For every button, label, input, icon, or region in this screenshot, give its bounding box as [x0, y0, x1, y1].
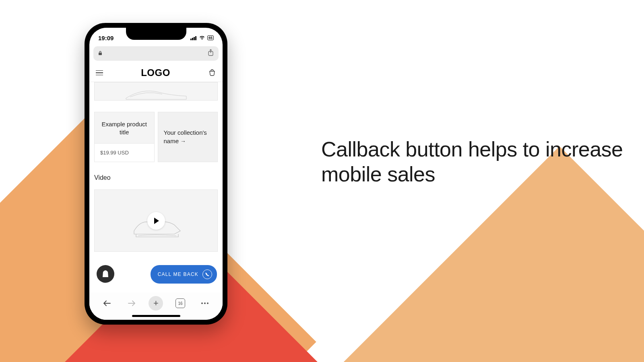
- product-cards-row: Example product title $19.99 USD Your co…: [94, 112, 218, 162]
- video-section-label: Video: [94, 174, 218, 181]
- product-price: $19.99 USD: [95, 143, 154, 162]
- svg-point-7: [204, 302, 206, 304]
- callback-button[interactable]: CALL ME BACK: [151, 265, 217, 284]
- phone-mockup: 19:09 65 LOGO: [85, 23, 227, 325]
- home-indicator: [132, 315, 180, 317]
- collection-card[interactable]: Your collection's name→: [158, 112, 218, 162]
- svg-rect-4: [99, 53, 102, 55]
- svg-rect-1: [192, 38, 193, 40]
- hero-placeholder-image: [94, 82, 218, 101]
- svg-rect-2: [194, 37, 195, 40]
- arrow-right-icon: →: [180, 138, 186, 145]
- product-card[interactable]: Example product title $19.99 USD: [94, 112, 155, 162]
- status-time: 19:09: [98, 35, 114, 41]
- wifi-icon: [199, 35, 205, 41]
- phone-icon: [202, 269, 212, 279]
- callback-label: CALL ME BACK: [158, 272, 198, 277]
- more-button[interactable]: [198, 296, 212, 311]
- safari-url-bar[interactable]: [93, 46, 219, 61]
- marketing-headline: Callback button helps to increase mobile…: [321, 137, 644, 187]
- cart-icon[interactable]: [208, 69, 216, 77]
- product-title: Example product title: [100, 120, 149, 137]
- svg-point-8: [207, 302, 208, 304]
- play-button[interactable]: [147, 212, 165, 230]
- back-button[interactable]: [100, 296, 114, 311]
- status-icons: 65: [190, 35, 214, 41]
- store-header: LOGO: [89, 63, 223, 82]
- store-content: Example product title $19.99 USD Your co…: [89, 82, 223, 287]
- tabs-button[interactable]: 16: [173, 296, 188, 311]
- new-tab-button[interactable]: +: [149, 296, 163, 311]
- share-icon[interactable]: [208, 49, 214, 58]
- lock-icon: [98, 51, 102, 56]
- tabs-count: 16: [175, 298, 185, 308]
- svg-rect-3: [195, 36, 196, 40]
- video-placeholder[interactable]: [94, 189, 218, 252]
- collection-name: Your collection's name→: [164, 129, 212, 145]
- hamburger-menu-icon[interactable]: [96, 70, 103, 76]
- phone-screen: 19:09 65 LOGO: [89, 28, 223, 320]
- phone-notch: [126, 28, 186, 40]
- svg-point-6: [201, 302, 203, 304]
- cell-signal-icon: [190, 35, 197, 41]
- forward-button[interactable]: [124, 296, 139, 311]
- store-logo[interactable]: LOGO: [141, 67, 170, 78]
- shopify-badge-icon[interactable]: [97, 265, 114, 283]
- svg-rect-0: [190, 39, 192, 40]
- battery-icon: 65: [207, 35, 214, 40]
